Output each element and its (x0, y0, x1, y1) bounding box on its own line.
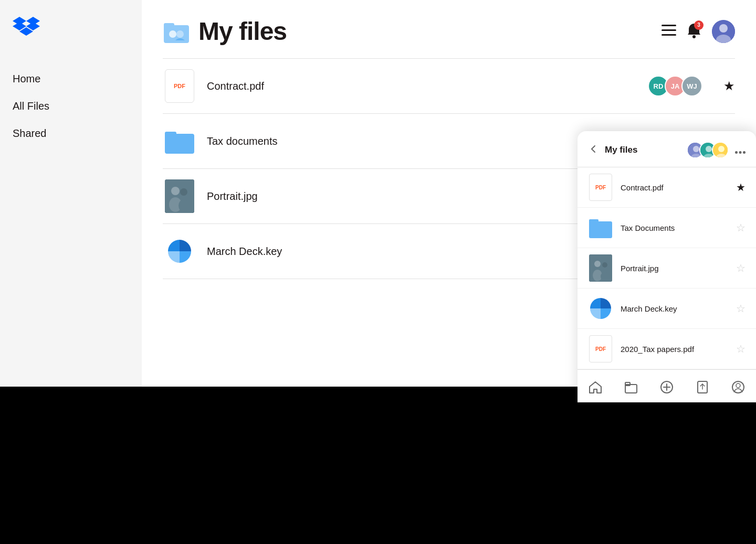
svg-rect-10 (662, 29, 676, 31)
svg-point-19 (171, 187, 180, 195)
svg-point-34 (739, 151, 742, 154)
mobile-panel: My files (578, 131, 756, 402)
panel-avatar-3 (712, 142, 729, 158)
pdf-icon-wrapper: PDF (163, 69, 196, 103)
home-icon (589, 380, 602, 394)
file-row[interactable]: PDF Contract.pdf RD JA WJ ★ (163, 59, 735, 114)
menu-button[interactable] (662, 25, 676, 38)
panel-keynote-icon-wrapper (588, 296, 613, 321)
folder-icon-wrapper (163, 124, 196, 158)
panel-file-row[interactable]: PDF 2020_Tax papers.pdf ☆ (578, 329, 756, 369)
keynote-icon-wrapper (163, 234, 196, 268)
add-icon (660, 380, 674, 394)
notification-button[interactable]: 3 (687, 23, 701, 40)
panel-nav-profile[interactable] (720, 376, 756, 398)
panel-pdf2-icon-wrapper: PDF (588, 336, 613, 361)
svg-point-31 (718, 146, 724, 152)
svg-point-39 (594, 261, 601, 267)
panel-folder-icon-wrapper (588, 215, 613, 240)
dropbox-logo-icon (13, 17, 40, 40)
header-left: My files (163, 17, 287, 46)
panel-file-name: March Deck.key (621, 304, 736, 313)
panel-pdf2-badge: PDF (589, 335, 612, 362)
panel-file-row[interactable]: March Deck.key ☆ (578, 289, 756, 329)
svg-rect-9 (662, 25, 676, 26)
user-avatar-image (712, 20, 735, 43)
svg-point-41 (602, 262, 607, 268)
sidebar-item-shared[interactable]: Shared (13, 122, 129, 145)
svg-rect-6 (164, 23, 174, 28)
upload-icon (696, 380, 709, 394)
folder-nav-icon (624, 380, 638, 394)
page-title: My files (198, 17, 287, 46)
panel-file-name: Contract.pdf (621, 183, 736, 192)
svg-point-42 (601, 272, 609, 281)
avatar-wj: WJ (681, 76, 702, 97)
panel-file-name: Portrait.jpg (621, 264, 736, 273)
panel-nav-add[interactable] (649, 376, 685, 398)
svg-point-21 (180, 188, 187, 196)
svg-point-28 (706, 146, 712, 152)
panel-file-name: Tax Documents (621, 223, 736, 232)
panel-back-button[interactable] (588, 144, 598, 157)
hamburger-icon (662, 25, 676, 36)
panel-file-row[interactable]: PDF Contract.pdf ★ (578, 167, 756, 208)
svg-rect-11 (662, 34, 676, 36)
svg-point-52 (736, 383, 740, 388)
panel-folder-icon (589, 217, 612, 238)
sidebar-navigation: Home All Files Shared (13, 67, 129, 145)
panel-nav-files[interactable] (613, 376, 649, 398)
chevron-left-icon (588, 144, 598, 154)
panel-star-icon[interactable]: ☆ (736, 343, 746, 355)
panel-header: My files (578, 131, 756, 167)
panel-image-icon-wrapper (588, 255, 613, 281)
svg-point-8 (176, 30, 184, 38)
panel-nav-upload[interactable] (685, 376, 720, 398)
panel-file-row[interactable]: Portrait.jpg ☆ (578, 248, 756, 289)
svg-point-14 (719, 24, 728, 33)
file-name: Contract.pdf (207, 80, 648, 92)
panel-keynote-pie-icon (589, 297, 612, 320)
star-icon[interactable]: ★ (723, 79, 735, 93)
svg-rect-17 (165, 132, 176, 138)
sidebar: Home All Files Shared (0, 0, 142, 387)
panel-file-list: PDF Contract.pdf ★ Tax Documents ☆ (578, 167, 756, 369)
main-content: My files 3 (142, 0, 756, 387)
panel-file-row[interactable]: Tax Documents ☆ (578, 208, 756, 248)
shared-folder-icon (163, 18, 190, 45)
folder-icon (165, 129, 194, 154)
keynote-pie-icon (166, 238, 193, 265)
panel-file-name: 2020_Tax papers.pdf (621, 345, 736, 354)
user-avatar[interactable] (712, 20, 735, 43)
pdf-badge: PDF (165, 69, 194, 103)
panel-star-icon[interactable]: ★ (736, 181, 746, 194)
file-avatars: RD JA WJ (648, 76, 702, 97)
header-right: 3 (662, 20, 735, 43)
svg-point-25 (693, 146, 699, 152)
sidebar-item-home[interactable]: Home (13, 67, 129, 90)
svg-point-35 (743, 151, 746, 154)
panel-star-icon[interactable]: ☆ (736, 262, 746, 274)
main-header: My files 3 (163, 17, 735, 46)
sidebar-item-all-files[interactable]: All Files (13, 94, 129, 118)
logo (13, 17, 129, 42)
panel-star-icon[interactable]: ☆ (736, 221, 746, 234)
panel-header-avatars (687, 142, 729, 158)
portrait-thumbnail (165, 179, 194, 213)
notification-badge: 3 (694, 20, 704, 30)
image-icon-wrapper (163, 179, 196, 213)
panel-portrait-thumbnail (589, 254, 612, 282)
more-icon (735, 151, 746, 154)
panel-more-button[interactable] (735, 144, 746, 156)
panel-nav-home[interactable] (578, 376, 613, 398)
svg-rect-37 (589, 219, 598, 225)
panel-pdf-badge: PDF (589, 174, 612, 201)
panel-star-icon[interactable]: ☆ (736, 302, 746, 315)
svg-point-33 (735, 151, 738, 154)
panel-title: My files (605, 145, 687, 155)
profile-icon (731, 380, 745, 394)
panel-bottom-nav (578, 369, 756, 402)
svg-point-22 (178, 199, 189, 212)
svg-point-12 (692, 35, 696, 38)
panel-pdf-icon-wrapper: PDF (588, 175, 613, 200)
